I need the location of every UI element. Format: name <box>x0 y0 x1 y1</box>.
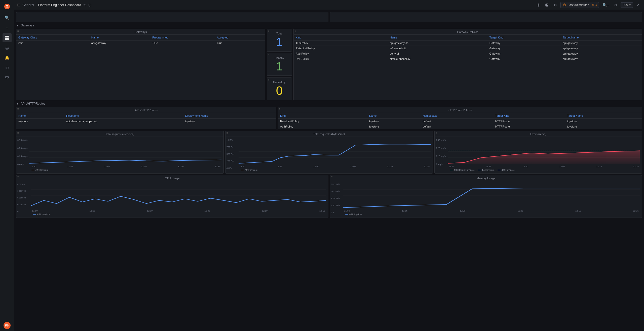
chart-legend-cpu: API: toystore <box>31 213 326 216</box>
add-panel-button[interactable] <box>535 2 542 8</box>
panel-drag-handle-chart3: ⠿ <box>435 132 437 133</box>
config-icon[interactable]: ⚙ <box>3 63 12 72</box>
errors-title: Errors (req/s) <box>435 131 642 137</box>
save-dashboard-button[interactable] <box>544 2 550 8</box>
x-axis-labels-memory: 11:50 11:55 12:00 12:05 12:10 12:15 <box>343 210 640 212</box>
col-hostname: Hostname <box>64 113 183 119</box>
errors-chart: 0.30 req/s 0.20 req/s 0.10 req/s 0 req/s <box>435 137 642 173</box>
gateways-section-header[interactable]: ▼ Gateways <box>16 24 642 27</box>
col-target-name: Target Name <box>565 113 642 119</box>
cpu-chart: 0.00100 0.000750 0.000500 0.000250 0 <box>16 181 328 218</box>
time-range-picker[interactable]: ⏱ Last 30 minutes UTC <box>560 2 599 8</box>
svg-rect-10 <box>537 5 540 5</box>
legend-item-memory: API: toystore <box>345 213 362 216</box>
table-row: AuthPolicy deny-all Gateway api-gateway <box>294 51 642 56</box>
collapse-arrow-icon: ▼ <box>16 24 19 27</box>
topbar-actions: ⚙ ⏱ Last 30 minutes UTC 🔍− ↻ 30s ▾ ⤢ <box>535 2 641 8</box>
healthy-value: 1 <box>270 60 289 72</box>
legend-color <box>31 170 34 170</box>
panel-drag-handle-chart1: ⠿ <box>17 132 19 133</box>
dashboards-icon[interactable] <box>3 33 12 42</box>
total-requests-title: Total requests (req/sec) <box>16 131 223 137</box>
gateway-programmed-cell: True <box>150 40 215 46</box>
panel-drag-handle-cpu: ⠿ <box>17 176 19 178</box>
gateway-policies-title: Gateway Policies <box>294 29 642 35</box>
errors-chart-svg <box>448 139 640 164</box>
gateway-policies-header-row: Kind Name Target Kind Target Name <box>294 35 642 40</box>
main-content: ⊞ General / Platform Engineer Dashboard … <box>14 0 644 331</box>
refresh-interval-label: 30s <box>623 3 628 7</box>
x-axis-labels-bytes: 11:50 11:55 12:00 12:05 12:10 12:15 <box>239 165 431 168</box>
legend-color <box>241 170 244 170</box>
total-requests-chart: 0.75 req/s 0.50 req/s 0.25 req/s 0 req/s <box>16 137 223 173</box>
settings-button[interactable]: ⚙ <box>552 2 558 8</box>
table-row: toystore api.ehearne.hcpapps.net toystor… <box>16 119 276 124</box>
apis-section-header[interactable]: ▼ APIs/HTTPRoutes <box>16 102 642 105</box>
svg-rect-2 <box>7 7 7 8</box>
timezone-label: UTC <box>591 3 597 7</box>
time-range-label: Last 30 minutes <box>568 3 589 7</box>
unhealthy-label: Unhealthy <box>270 81 289 84</box>
gateway-class-cell: istio <box>16 40 89 46</box>
breadcrumb: General / Platform Engineer Dashboard <box>22 3 81 7</box>
panel-drag-handle-total: ⠿ <box>268 30 269 31</box>
search-icon[interactable]: 🔍 <box>3 13 12 22</box>
empty-panel-1 <box>16 12 328 22</box>
empty-panel-2 <box>330 12 642 22</box>
col-namespace: Namespace <box>421 113 493 119</box>
sidebar: 🔍 ＋ ◎ 🔔 ⚙ 🛡 FS <box>0 0 14 331</box>
star-icon[interactable]: ☆ <box>83 3 86 7</box>
memory-chart: 19.1 MiB 14.3 MiB 9.54 MiB 4.77 MiB 0 B <box>330 181 642 218</box>
add-icon[interactable]: ＋ <box>3 23 12 32</box>
shield-icon[interactable]: 🛡 <box>3 73 12 82</box>
x-axis-labels: 11:50 11:55 12:00 12:05 12:10 12:15 <box>29 165 221 168</box>
table-row: DNSPolicy simple-dnspolicy Gateway api-g… <box>294 56 642 62</box>
cpu-chart-svg <box>31 183 326 208</box>
kiosk-mode-button[interactable]: ⤢ <box>635 2 641 8</box>
legend-color-cpu <box>33 214 36 215</box>
col-name: Name <box>89 35 150 40</box>
gateway-name-cell: api-gateway <box>89 40 150 46</box>
collapse-arrow-apis-icon: ▼ <box>16 102 19 105</box>
explore-icon[interactable]: ◎ <box>3 43 12 52</box>
svg-point-1 <box>6 5 8 7</box>
refresh-interval-picker[interactable]: 30s ▾ <box>621 2 633 8</box>
grid-icon: ⊞ <box>17 3 20 7</box>
requests-chart-svg <box>29 139 221 164</box>
apis-table-panel: ⠿ APIs/HTTPRoutes Name Hostname Deployme… <box>16 107 276 129</box>
gateways-table-header-row: Gateway Class Name Programmed Accepted <box>16 35 265 40</box>
breadcrumb-root[interactable]: General <box>22 3 34 7</box>
legend-item-4xx: 4xx: toystore <box>478 169 495 171</box>
user-avatar[interactable]: FS <box>4 322 11 329</box>
legend-item-429: 429: toystore <box>498 169 515 171</box>
total-bytes-title: Total requests (bytes/sec) <box>225 131 433 137</box>
alerting-icon[interactable]: 🔔 <box>3 53 12 62</box>
charts-row-1: ⠿ Total requests (req/sec) 0.75 req/s 0.… <box>16 131 642 174</box>
apis-table: Name Hostname Deployment Name toystore a… <box>16 113 276 124</box>
panel-drag-handle: ⠿ <box>17 30 19 31</box>
unhealthy-stat: Unhealthy 0 <box>267 78 292 100</box>
gateways-label: Gateways <box>21 24 34 27</box>
httproute-policies-panel: ⠿ HTTPRoute Policies Kind Name Namespace… <box>278 107 642 129</box>
grafana-logo-icon[interactable] <box>3 2 12 11</box>
total-requests-panel: ⠿ Total requests (req/sec) 0.75 req/s 0.… <box>16 131 224 174</box>
svg-point-4 <box>8 7 8 8</box>
col-name: Name <box>388 35 487 40</box>
y-axis-labels: 0.75 req/s 0.50 req/s 0.25 req/s 0 req/s <box>17 139 27 166</box>
apis-table-title: APIs/HTTPRoutes <box>16 107 276 113</box>
col-accepted: Accepted <box>215 35 265 40</box>
zoom-out-button[interactable]: 🔍− <box>601 2 610 8</box>
httproute-policies-header-row: Kind Name Namespace Target Kind Target N… <box>278 113 642 119</box>
memory-panel: ⠿ Memory Usage 19.1 MiB 14.3 MiB 9.54 Mi… <box>330 175 642 218</box>
refresh-button[interactable]: ↻ <box>613 2 619 8</box>
table-row: RateLimitPolicy toystore default HTTPRou… <box>278 119 642 124</box>
total-stat: Total 1 <box>267 29 292 51</box>
share-icon[interactable]: ⬡ <box>88 3 91 7</box>
col-name: Name <box>367 113 421 119</box>
chart-legend-memory: API: toystore <box>343 213 640 216</box>
chart-legend: API: toystore <box>29 169 221 171</box>
panel-drag-handle-apis: ⠿ <box>17 108 19 109</box>
gateways-table-title: Gateways <box>16 29 265 35</box>
legend-color-memory <box>345 214 348 215</box>
clock-icon: ⏱ <box>563 3 566 7</box>
